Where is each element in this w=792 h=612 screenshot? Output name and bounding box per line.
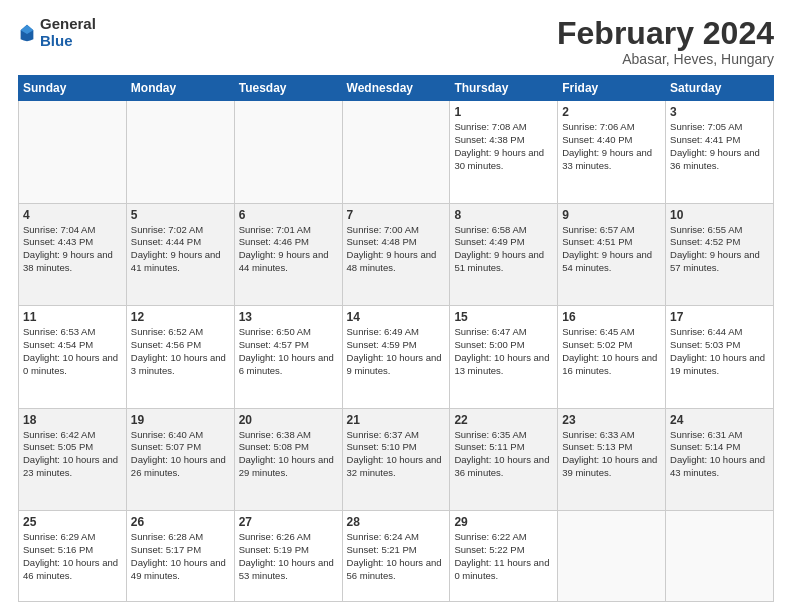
day-info: Sunrise: 6:45 AM Sunset: 5:02 PM Dayligh…	[562, 326, 661, 377]
day-number: 24	[670, 413, 769, 427]
day-info: Sunrise: 6:26 AM Sunset: 5:19 PM Dayligh…	[239, 531, 338, 582]
calendar-cell	[342, 101, 450, 203]
calendar-cell: 29Sunrise: 6:22 AM Sunset: 5:22 PM Dayli…	[450, 511, 558, 602]
calendar-cell: 11Sunrise: 6:53 AM Sunset: 4:54 PM Dayli…	[19, 306, 127, 408]
day-number: 8	[454, 208, 553, 222]
day-number: 12	[131, 310, 230, 324]
calendar-cell: 10Sunrise: 6:55 AM Sunset: 4:52 PM Dayli…	[666, 203, 774, 305]
calendar-cell: 28Sunrise: 6:24 AM Sunset: 5:21 PM Dayli…	[342, 511, 450, 602]
calendar-cell: 5Sunrise: 7:02 AM Sunset: 4:44 PM Daylig…	[126, 203, 234, 305]
day-info: Sunrise: 6:49 AM Sunset: 4:59 PM Dayligh…	[347, 326, 446, 377]
calendar-cell: 23Sunrise: 6:33 AM Sunset: 5:13 PM Dayli…	[558, 408, 666, 510]
day-info: Sunrise: 6:52 AM Sunset: 4:56 PM Dayligh…	[131, 326, 230, 377]
day-info: Sunrise: 6:35 AM Sunset: 5:11 PM Dayligh…	[454, 429, 553, 480]
day-info: Sunrise: 6:37 AM Sunset: 5:10 PM Dayligh…	[347, 429, 446, 480]
day-number: 4	[23, 208, 122, 222]
calendar-cell: 16Sunrise: 6:45 AM Sunset: 5:02 PM Dayli…	[558, 306, 666, 408]
calendar-cell: 1Sunrise: 7:08 AM Sunset: 4:38 PM Daylig…	[450, 101, 558, 203]
day-info: Sunrise: 6:38 AM Sunset: 5:08 PM Dayligh…	[239, 429, 338, 480]
day-number: 20	[239, 413, 338, 427]
day-number: 26	[131, 515, 230, 529]
logo-blue: Blue	[40, 33, 96, 50]
day-number: 13	[239, 310, 338, 324]
day-info: Sunrise: 7:08 AM Sunset: 4:38 PM Dayligh…	[454, 121, 553, 172]
day-info: Sunrise: 6:33 AM Sunset: 5:13 PM Dayligh…	[562, 429, 661, 480]
title-block: February 2024 Abasar, Heves, Hungary	[557, 16, 774, 67]
calendar-cell	[558, 511, 666, 602]
day-number: 7	[347, 208, 446, 222]
day-header-tuesday: Tuesday	[234, 76, 342, 101]
calendar-cell: 6Sunrise: 7:01 AM Sunset: 4:46 PM Daylig…	[234, 203, 342, 305]
day-number: 14	[347, 310, 446, 324]
calendar-cell: 9Sunrise: 6:57 AM Sunset: 4:51 PM Daylig…	[558, 203, 666, 305]
day-number: 22	[454, 413, 553, 427]
calendar-cell	[126, 101, 234, 203]
calendar-cell: 25Sunrise: 6:29 AM Sunset: 5:16 PM Dayli…	[19, 511, 127, 602]
header: General Blue February 2024 Abasar, Heves…	[18, 16, 774, 67]
day-number: 23	[562, 413, 661, 427]
calendar-cell: 2Sunrise: 7:06 AM Sunset: 4:40 PM Daylig…	[558, 101, 666, 203]
calendar-cell: 4Sunrise: 7:04 AM Sunset: 4:43 PM Daylig…	[19, 203, 127, 305]
day-info: Sunrise: 6:42 AM Sunset: 5:05 PM Dayligh…	[23, 429, 122, 480]
day-info: Sunrise: 6:24 AM Sunset: 5:21 PM Dayligh…	[347, 531, 446, 582]
calendar-cell: 12Sunrise: 6:52 AM Sunset: 4:56 PM Dayli…	[126, 306, 234, 408]
day-info: Sunrise: 6:58 AM Sunset: 4:49 PM Dayligh…	[454, 224, 553, 275]
day-info: Sunrise: 7:00 AM Sunset: 4:48 PM Dayligh…	[347, 224, 446, 275]
calendar-cell: 19Sunrise: 6:40 AM Sunset: 5:07 PM Dayli…	[126, 408, 234, 510]
subtitle: Abasar, Heves, Hungary	[557, 51, 774, 67]
logo-general: General	[40, 16, 96, 33]
calendar-cell: 21Sunrise: 6:37 AM Sunset: 5:10 PM Dayli…	[342, 408, 450, 510]
logo-text: General Blue	[40, 16, 96, 49]
page: General Blue February 2024 Abasar, Heves…	[0, 0, 792, 612]
day-info: Sunrise: 7:01 AM Sunset: 4:46 PM Dayligh…	[239, 224, 338, 275]
logo-icon	[18, 23, 36, 43]
calendar-cell: 18Sunrise: 6:42 AM Sunset: 5:05 PM Dayli…	[19, 408, 127, 510]
day-info: Sunrise: 6:44 AM Sunset: 5:03 PM Dayligh…	[670, 326, 769, 377]
calendar-cell	[234, 101, 342, 203]
day-info: Sunrise: 6:55 AM Sunset: 4:52 PM Dayligh…	[670, 224, 769, 275]
day-info: Sunrise: 7:04 AM Sunset: 4:43 PM Dayligh…	[23, 224, 122, 275]
day-number: 2	[562, 105, 661, 119]
calendar-cell: 15Sunrise: 6:47 AM Sunset: 5:00 PM Dayli…	[450, 306, 558, 408]
day-header-thursday: Thursday	[450, 76, 558, 101]
calendar-cell: 13Sunrise: 6:50 AM Sunset: 4:57 PM Dayli…	[234, 306, 342, 408]
day-info: Sunrise: 7:06 AM Sunset: 4:40 PM Dayligh…	[562, 121, 661, 172]
day-info: Sunrise: 6:47 AM Sunset: 5:00 PM Dayligh…	[454, 326, 553, 377]
day-number: 28	[347, 515, 446, 529]
day-number: 27	[239, 515, 338, 529]
day-number: 18	[23, 413, 122, 427]
day-number: 29	[454, 515, 553, 529]
calendar-cell: 3Sunrise: 7:05 AM Sunset: 4:41 PM Daylig…	[666, 101, 774, 203]
day-number: 25	[23, 515, 122, 529]
day-header-sunday: Sunday	[19, 76, 127, 101]
calendar: SundayMondayTuesdayWednesdayThursdayFrid…	[18, 75, 774, 602]
day-number: 16	[562, 310, 661, 324]
day-header-wednesday: Wednesday	[342, 76, 450, 101]
calendar-cell: 17Sunrise: 6:44 AM Sunset: 5:03 PM Dayli…	[666, 306, 774, 408]
calendar-cell: 27Sunrise: 6:26 AM Sunset: 5:19 PM Dayli…	[234, 511, 342, 602]
calendar-cell: 7Sunrise: 7:00 AM Sunset: 4:48 PM Daylig…	[342, 203, 450, 305]
day-info: Sunrise: 6:57 AM Sunset: 4:51 PM Dayligh…	[562, 224, 661, 275]
main-title: February 2024	[557, 16, 774, 51]
day-number: 5	[131, 208, 230, 222]
day-number: 17	[670, 310, 769, 324]
day-number: 11	[23, 310, 122, 324]
day-header-monday: Monday	[126, 76, 234, 101]
calendar-cell: 26Sunrise: 6:28 AM Sunset: 5:17 PM Dayli…	[126, 511, 234, 602]
day-number: 21	[347, 413, 446, 427]
day-number: 3	[670, 105, 769, 119]
calendar-cell	[19, 101, 127, 203]
day-number: 6	[239, 208, 338, 222]
calendar-cell: 14Sunrise: 6:49 AM Sunset: 4:59 PM Dayli…	[342, 306, 450, 408]
day-info: Sunrise: 7:02 AM Sunset: 4:44 PM Dayligh…	[131, 224, 230, 275]
day-info: Sunrise: 6:28 AM Sunset: 5:17 PM Dayligh…	[131, 531, 230, 582]
calendar-cell: 8Sunrise: 6:58 AM Sunset: 4:49 PM Daylig…	[450, 203, 558, 305]
day-number: 9	[562, 208, 661, 222]
calendar-cell	[666, 511, 774, 602]
day-number: 1	[454, 105, 553, 119]
day-info: Sunrise: 6:50 AM Sunset: 4:57 PM Dayligh…	[239, 326, 338, 377]
day-info: Sunrise: 6:29 AM Sunset: 5:16 PM Dayligh…	[23, 531, 122, 582]
day-info: Sunrise: 6:53 AM Sunset: 4:54 PM Dayligh…	[23, 326, 122, 377]
day-header-saturday: Saturday	[666, 76, 774, 101]
calendar-cell: 20Sunrise: 6:38 AM Sunset: 5:08 PM Dayli…	[234, 408, 342, 510]
